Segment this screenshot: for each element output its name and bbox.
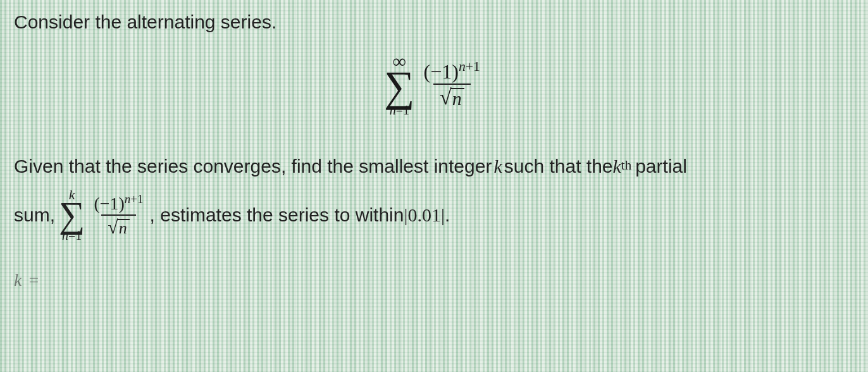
intro-text: Consider the alternating series. (14, 11, 854, 33)
question-segment-3: partial (635, 148, 687, 184)
partial-sigma-symbol: ∑ (59, 199, 85, 230)
question-segment-2: such that the (504, 148, 613, 184)
answer-variable-k: k (14, 270, 22, 290)
sigma-symbol: ∑ (384, 68, 414, 105)
question-segment-1: Given that the series converges, find th… (14, 148, 492, 184)
ordinal-th: th (621, 153, 631, 178)
fraction-denominator: √n (433, 84, 471, 108)
question-text: Given that the series converges, find th… (14, 148, 854, 297)
main-series-formula: ∞ ∑ n=1 (−1)n+1 √n (14, 52, 854, 116)
variable-k: k (493, 148, 502, 184)
sigma-lower-limit: n=1 (390, 104, 409, 116)
partial-sum-formula: k ∑ n=1 (−1)n+1 √n (59, 188, 147, 242)
variable-k-th: k (613, 148, 621, 184)
fraction-numerator: (−1)n+1 (420, 60, 484, 84)
answer-equals: = (28, 270, 39, 290)
line2-prefix: sum, (14, 197, 55, 233)
line2-end: . (445, 197, 450, 233)
answer-prompt[interactable]: k = (14, 263, 854, 297)
partial-denominator: √n (101, 214, 135, 237)
partial-numerator: (−1)n+1 (90, 193, 147, 214)
problem-content: Consider the alternating series. ∞ ∑ n=1… (0, 0, 868, 309)
tolerance-value: |0.01| (404, 197, 445, 233)
partial-sigma-lower: n=1 (62, 229, 82, 242)
line2-mid: , estimates the series to within (150, 197, 404, 233)
